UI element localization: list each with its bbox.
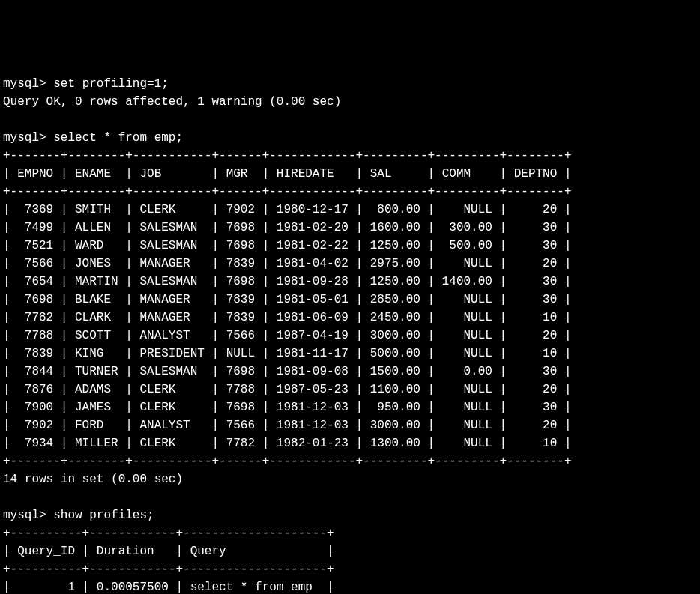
table-row: | 7782 | CLARK | MANAGER | 7839 | 1981-0… — [3, 311, 572, 324]
table-border: +----------+------------+---------------… — [3, 527, 334, 540]
table-border: +-------+--------+-----------+------+---… — [3, 185, 572, 198]
command-select-emp: select * from emp; — [53, 131, 183, 145]
mysql-prompt: mysql> — [3, 77, 46, 91]
table-row: | 7521 | WARD | SALESMAN | 7698 | 1981-0… — [3, 239, 572, 252]
table-row: | 7876 | ADAMS | CLERK | 7788 | 1987-05-… — [3, 383, 572, 396]
table-border: +----------+------------+---------------… — [3, 563, 334, 576]
command-set-profiling: set profiling=1; — [53, 77, 169, 91]
terminal-output: mysql> set profiling=1; Query OK, 0 rows… — [3, 75, 697, 594]
query-result-1: Query OK, 0 rows affected, 1 warning (0.… — [3, 95, 341, 109]
table-row: | 7698 | BLAKE | MANAGER | 7839 | 1981-0… — [3, 293, 572, 306]
table-row: | 7369 | SMITH | CLERK | 7902 | 1980-12-… — [3, 203, 572, 216]
table-row: | 1 | 0.00057500 | select * from emp | — [3, 581, 334, 594]
table-border: +-------+--------+-----------+------+---… — [3, 455, 572, 468]
table-row: | 7934 | MILLER | CLERK | 7782 | 1982-01… — [3, 437, 572, 450]
table-border: +-------+--------+-----------+------+---… — [3, 149, 572, 163]
table-header-row: | Query_ID | Duration | Query | — [3, 545, 334, 558]
table-row: | 7566 | JONES | MANAGER | 7839 | 1981-0… — [3, 257, 572, 270]
table-row: | 7844 | TURNER | SALESMAN | 7698 | 1981… — [3, 365, 572, 378]
command-show-profiles: show profiles; — [53, 509, 154, 522]
table-row: | 7839 | KING | PRESIDENT | NULL | 1981-… — [3, 347, 572, 360]
table-row: | 7900 | JAMES | CLERK | 7698 | 1981-12-… — [3, 401, 572, 414]
rows-summary: 14 rows in set (0.00 sec) — [3, 473, 183, 486]
table-header-row: | EMPNO | ENAME | JOB | MGR | HIREDATE |… — [3, 167, 572, 181]
mysql-prompt: mysql> — [3, 131, 46, 145]
mysql-prompt: mysql> — [3, 509, 46, 522]
table-row: | 7654 | MARTIN | SALESMAN | 7698 | 1981… — [3, 275, 572, 288]
table-row: | 7499 | ALLEN | SALESMAN | 7698 | 1981-… — [3, 221, 572, 234]
table-row: | 7788 | SCOTT | ANALYST | 7566 | 1987-0… — [3, 329, 572, 342]
table-row: | 7902 | FORD | ANALYST | 7566 | 1981-12… — [3, 419, 572, 432]
